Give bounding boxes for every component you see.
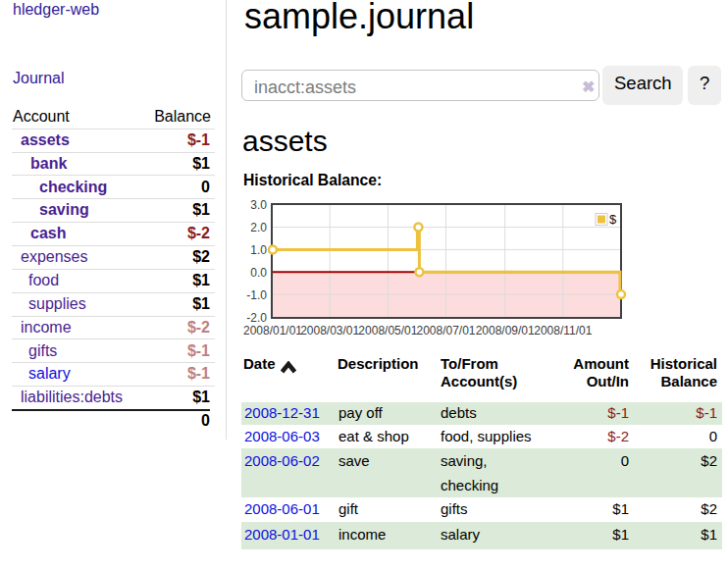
svg-text:2008/03/01: 2008/03/01 [300,324,359,337]
svg-text:$: $ [609,212,617,227]
svg-text:3.0: 3.0 [250,198,267,212]
svg-text:2008/05/01: 2008/05/01 [358,324,417,337]
svg-text:1.0: 1.0 [250,243,267,257]
svg-text:2008/01/01: 2008/01/01 [243,324,302,337]
svg-text:2008/09/01: 2008/09/01 [476,324,535,337]
svg-text:2.0: 2.0 [250,221,267,234]
svg-text:-1.0: -1.0 [246,288,267,302]
svg-text:2008/07/01: 2008/07/01 [416,324,475,337]
svg-text:2008/11/01: 2008/11/01 [534,324,592,337]
svg-text:0.0: 0.0 [250,266,267,280]
